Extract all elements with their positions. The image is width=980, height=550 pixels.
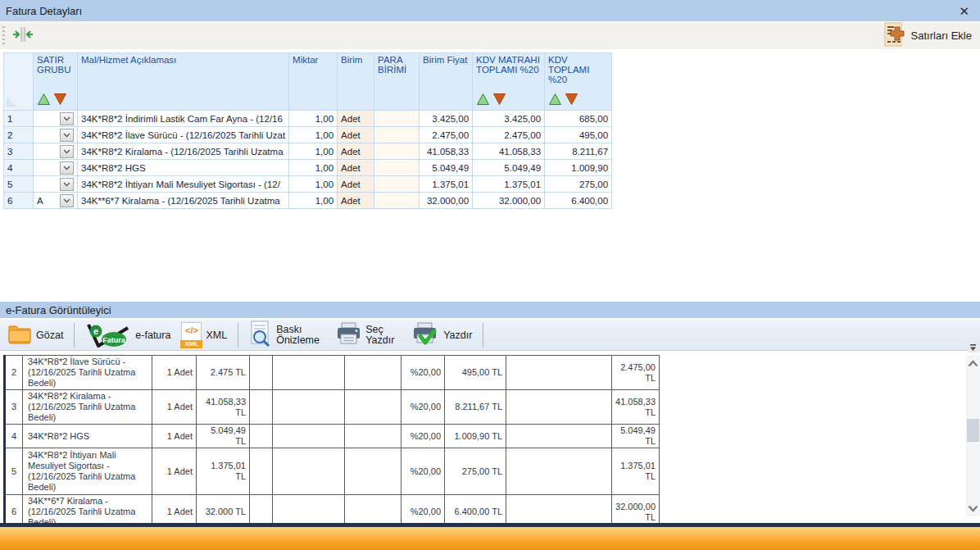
col-header-kdv-toplami[interactable]: KDV TOPLAMI %20: [545, 53, 612, 111]
row-group-cell[interactable]: [34, 143, 78, 160]
row-group-dropdown[interactable]: [60, 161, 74, 175]
unit-cell[interactable]: Adet: [338, 127, 374, 143]
table-row[interactable]: 1 34K*R8*2 İndirimli Lastik Cam Far Ayna…: [4, 111, 612, 127]
row-number-cell[interactable]: 6: [4, 193, 34, 209]
currency-cell[interactable]: [374, 111, 420, 127]
unit-cell[interactable]: Adet: [338, 176, 374, 193]
scroll-down-button[interactable]: [966, 500, 980, 516]
scroll-up-button[interactable]: [966, 355, 980, 371]
row-number-cell[interactable]: 4: [4, 160, 34, 176]
vat-base-cell[interactable]: 1.375,01: [473, 176, 545, 193]
quantity-cell[interactable]: 1,00: [289, 160, 338, 176]
row-group-cell[interactable]: [34, 160, 78, 176]
unit-price-cell[interactable]: 5.049,49: [420, 160, 473, 176]
toolbar-grip[interactable]: [2, 26, 5, 46]
vat-total-cell[interactable]: 6.400,00: [545, 193, 612, 209]
vat-base-cell[interactable]: 32.000,00: [473, 193, 545, 209]
quantity-cell[interactable]: 1,00: [289, 193, 338, 209]
vertical-scrollbar[interactable]: [966, 355, 980, 516]
col-header-birim-fiyat[interactable]: Birim Fiyat: [420, 53, 473, 111]
close-icon[interactable]: ✕: [954, 5, 974, 17]
description-cell[interactable]: 34K*R8*2 İndirimli Lastik Cam Far Ayna -…: [78, 111, 289, 127]
vat-base-cell[interactable]: 5.049,49: [473, 160, 545, 176]
vat-base-cell[interactable]: 2.475,00: [473, 127, 545, 143]
vat-base-cell[interactable]: 3.425,00: [473, 111, 545, 127]
quantity-cell[interactable]: 1,00: [289, 111, 338, 127]
vat-total-cell[interactable]: 495,00: [545, 127, 612, 143]
viewer-price: 2.475 TL: [197, 356, 250, 390]
viewer-qty: 1 Adet: [152, 425, 197, 448]
quantity-cell[interactable]: 1,00: [289, 176, 338, 193]
unit-price-cell[interactable]: 1.375,01: [420, 176, 473, 193]
print-preview-button[interactable]: Baskı Önizleme: [247, 320, 328, 350]
col-header-miktar[interactable]: Miktar: [289, 53, 338, 111]
unit-price-cell[interactable]: 3.425,00: [420, 111, 473, 127]
sort-asc-icon[interactable]: [548, 93, 562, 107]
table-row[interactable]: 6 A 34K**6*7 Kiralama - (12/16/2025 Tari…: [4, 193, 612, 209]
sort-desc-icon[interactable]: [492, 93, 506, 107]
unit-cell[interactable]: Adet: [338, 160, 374, 176]
table-row[interactable]: 3 34K*R8*2 Kiralama - (12/16/2025 Tarihl…: [4, 143, 612, 160]
grid-options-button[interactable]: [968, 342, 978, 352]
row-group-cell[interactable]: [34, 127, 78, 143]
row-number-cell[interactable]: 3: [4, 143, 34, 160]
currency-cell[interactable]: [374, 127, 420, 143]
unit-price-cell[interactable]: 32.000,00: [420, 193, 473, 209]
col-header-kdv-matrahi[interactable]: KDV MATRAHI TOPLAMI %20: [473, 53, 545, 111]
currency-cell[interactable]: [374, 143, 420, 160]
row-group-dropdown[interactable]: [60, 112, 74, 125]
browse-button[interactable]: Gözat: [5, 323, 66, 348]
unit-cell[interactable]: Adet: [338, 193, 374, 209]
unit-price-cell[interactable]: 2.475,00: [420, 127, 473, 143]
table-row[interactable]: 4 34K*R8*2 HGS 1,00 Adet 5.049,49 5.049,…: [4, 160, 612, 176]
row-group-dropdown[interactable]: [60, 178, 74, 191]
row-group-dropdown[interactable]: [60, 145, 74, 158]
description-cell[interactable]: 34K*R8*2 Kiralama - (12/16/2025 Tarihli …: [78, 143, 289, 160]
description-cell[interactable]: 34K*R8*2 İlave Sürücü - (12/16/2025 Tari…: [78, 127, 289, 143]
select-print-button[interactable]: Seç Yazdır: [333, 321, 404, 348]
row-group-dropdown[interactable]: [60, 194, 74, 207]
corner-header-cell[interactable]: [4, 53, 34, 111]
scrollbar-thumb[interactable]: [967, 419, 979, 442]
col-header-para-birimi[interactable]: PARA BİRİMİ: [374, 53, 420, 111]
quantity-cell[interactable]: 1,00: [289, 127, 338, 143]
row-group-cell[interactable]: [34, 111, 78, 127]
row-group-cell[interactable]: [34, 176, 78, 193]
unit-price-cell[interactable]: 41.058,33: [420, 143, 473, 160]
currency-cell[interactable]: [374, 193, 420, 209]
description-cell[interactable]: 34K*R8*2 İhtiyarı Mali Mesuliyet Sigorta…: [78, 176, 289, 193]
description-cell[interactable]: 34K*R8*2 HGS: [78, 160, 289, 176]
unit-cell[interactable]: Adet: [338, 143, 374, 160]
vat-base-cell[interactable]: 41.058,33: [473, 143, 545, 160]
unit-cell[interactable]: Adet: [338, 111, 374, 127]
collapse-columns-button[interactable]: [9, 25, 37, 47]
vat-total-cell[interactable]: 275,00: [545, 176, 612, 193]
efatura-button[interactable]: e Fatura e-fatura: [83, 321, 173, 349]
vat-total-cell[interactable]: 8.211,67: [545, 143, 612, 160]
table-row[interactable]: 5 34K*R8*2 İhtiyarı Mali Mesuliyet Sigor…: [4, 176, 612, 193]
col-header-aciklama[interactable]: Mal/Hizmet Açıklaması: [78, 53, 289, 111]
row-group-dropdown[interactable]: [60, 129, 74, 142]
col-header-satir-grubu[interactable]: SATIR GRUBU: [34, 53, 78, 111]
table-row[interactable]: 2 34K*R8*2 İlave Sürücü - (12/16/2025 Ta…: [4, 127, 612, 143]
print-button[interactable]: Yazdır: [410, 321, 474, 348]
row-number-cell[interactable]: 2: [4, 127, 34, 143]
scrollbar-track[interactable]: [966, 371, 980, 500]
row-group-cell[interactable]: A: [34, 193, 78, 209]
row-number-cell[interactable]: 1: [4, 111, 34, 127]
add-rows-button[interactable]: Satırları Ekle: [879, 20, 975, 51]
browse-label: Gözat: [36, 330, 63, 341]
col-header-birim[interactable]: Birim: [338, 53, 374, 111]
sort-asc-icon[interactable]: [37, 93, 51, 107]
vat-total-cell[interactable]: 685,00: [545, 111, 612, 127]
sort-desc-icon[interactable]: [53, 93, 67, 107]
currency-cell[interactable]: [374, 160, 420, 176]
description-cell[interactable]: 34K**6*7 Kiralama - (12/16/2025 Tarihli …: [78, 193, 289, 209]
quantity-cell[interactable]: 1,00: [289, 143, 338, 160]
sort-asc-icon[interactable]: [476, 93, 490, 107]
vat-total-cell[interactable]: 1.009,90: [545, 160, 612, 176]
currency-cell[interactable]: [374, 176, 420, 193]
sort-desc-icon[interactable]: [565, 93, 578, 107]
row-number-cell[interactable]: 5: [4, 176, 34, 193]
xml-button[interactable]: </> XML XML: [179, 321, 229, 348]
